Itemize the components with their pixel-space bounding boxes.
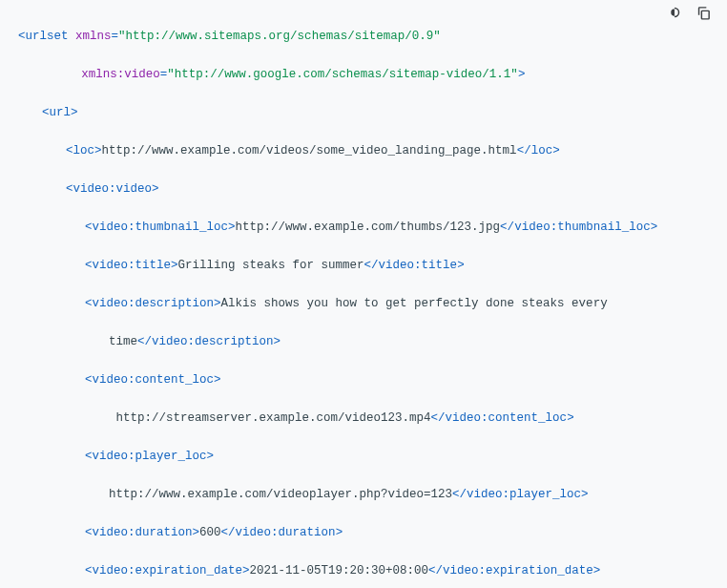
code-line: <loc>http://www.example.com/videos/some_… xyxy=(13,141,714,160)
code-line: http://www.example.com/videoplayer.php?v… xyxy=(13,485,714,504)
code-line: <video:expiration_date>2021-11-05T19:20:… xyxy=(13,561,714,580)
code-line: time</video:description> xyxy=(13,332,714,351)
theme-toggle-icon[interactable] xyxy=(666,4,683,21)
code-line: <urlset xmlns="http://www.sitemaps.org/s… xyxy=(13,27,714,46)
code-line: http://streamserver.example.com/video123… xyxy=(13,409,714,428)
code-toolbar xyxy=(666,4,712,21)
code-line: <url> xyxy=(13,103,714,122)
code-line: <video:title>Grilling steaks for summer<… xyxy=(13,256,714,275)
code-line: <video:description>Alkis shows you how t… xyxy=(13,294,714,313)
code-line: xmlns:video="http://www.google.com/schem… xyxy=(13,65,714,84)
code-line: <video:thumbnail_loc>http://www.example.… xyxy=(13,218,714,237)
code-line: <video:player_loc> xyxy=(13,447,714,466)
code-block: <urlset xmlns="http://www.sitemaps.org/s… xyxy=(0,0,727,588)
copy-icon[interactable] xyxy=(695,4,712,21)
code-line: <video:content_loc> xyxy=(13,370,714,389)
svg-rect-0 xyxy=(701,10,709,19)
code-line: <video:duration>600</video:duration> xyxy=(13,523,714,542)
code-line: <video:video> xyxy=(13,179,714,199)
